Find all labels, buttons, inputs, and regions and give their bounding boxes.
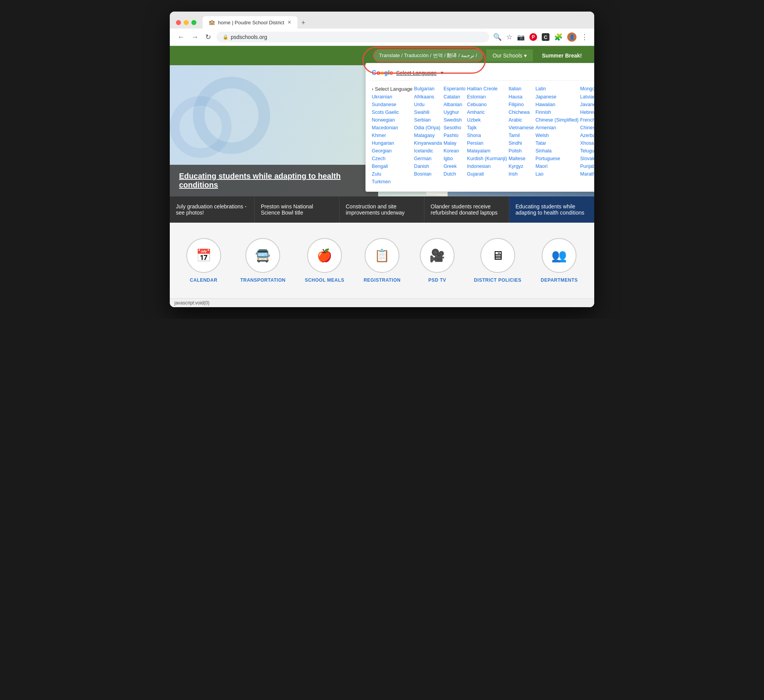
language-item[interactable]: Swahili <box>414 109 442 116</box>
language-item[interactable]: Maltese <box>509 155 534 162</box>
language-item[interactable] <box>414 178 442 185</box>
language-item[interactable]: Telugu <box>580 147 594 154</box>
language-item[interactable]: Latvian <box>580 93 594 100</box>
quick-link-item[interactable]: 🚍TRANSPORTATION <box>240 238 286 283</box>
minimize-button[interactable] <box>184 20 189 25</box>
extensions-icon[interactable]: 🧩 <box>554 33 563 41</box>
screenshot-icon[interactable]: 📷 <box>517 34 525 41</box>
bookmark-icon[interactable]: ☆ <box>506 33 512 41</box>
language-item[interactable]: Bosnian <box>414 171 442 178</box>
language-item[interactable]: Chinese (Simplified) <box>536 117 579 123</box>
language-item[interactable]: Korean <box>443 147 465 154</box>
back-button[interactable]: ← <box>176 32 186 42</box>
quick-link-item[interactable]: 📅CALENDAR <box>186 238 221 283</box>
language-item[interactable]: Irish <box>509 171 534 178</box>
language-item[interactable]: Tamil <box>509 132 534 139</box>
language-item[interactable]: Afrikaans <box>414 93 442 100</box>
language-item[interactable]: Kurdish (Kurmanji) <box>467 155 507 162</box>
language-item[interactable]: Sundanese <box>372 101 413 108</box>
summer-break-button[interactable]: Summer Break! <box>536 49 588 62</box>
language-item[interactable]: Serbian <box>414 117 442 123</box>
language-item[interactable]: Malayalam <box>467 147 507 154</box>
language-item[interactable]: Bengali <box>372 163 413 170</box>
language-item[interactable]: Amharic <box>467 109 507 116</box>
language-item[interactable]: Arabic <box>509 117 534 123</box>
news-item[interactable]: Olander students receive refurbished don… <box>424 196 509 223</box>
language-item[interactable]: Cebuano <box>467 101 507 108</box>
language-item[interactable]: Uyghur <box>443 109 465 116</box>
language-item[interactable]: Estonian <box>467 93 507 100</box>
news-item[interactable]: Construction and site improvements under… <box>340 196 424 223</box>
language-item[interactable]: Maori <box>536 163 579 170</box>
profile-avatar[interactable]: 👤 <box>567 32 576 42</box>
language-item[interactable]: Punjabi <box>580 163 594 170</box>
forward-button[interactable]: → <box>190 32 200 42</box>
language-item[interactable]: Danish <box>414 163 442 170</box>
language-item[interactable]: Greek <box>443 163 465 170</box>
quick-link-item[interactable]: 🖥DISTRICT POLICIES <box>474 238 521 283</box>
pinterest-icon[interactable]: P <box>529 33 537 41</box>
close-tab-button[interactable]: ✕ <box>287 20 291 25</box>
quick-link-item[interactable]: 👥DEPARTMENTS <box>541 238 578 283</box>
language-item[interactable]: German <box>414 155 442 162</box>
url-bar[interactable]: 🔒 psdschools.org <box>216 32 489 42</box>
language-item[interactable]: Malay <box>443 140 465 147</box>
quick-link-item[interactable]: 🎥PSD TV <box>420 238 455 283</box>
language-item[interactable]: Sinhala <box>536 147 579 154</box>
language-item[interactable]: Filipino <box>509 101 534 108</box>
menu-icon[interactable]: ⋮ <box>581 33 588 41</box>
language-dropdown-arrow[interactable]: ▼ <box>440 70 445 76</box>
our-schools-button[interactable]: Our Schools ▾ <box>486 49 532 62</box>
language-item[interactable]: Dutch <box>443 171 465 178</box>
language-item[interactable]: Hebrew <box>580 109 594 116</box>
language-item[interactable]: Macedonian <box>372 124 413 131</box>
language-item[interactable]: Uzbek <box>467 117 507 123</box>
news-item[interactable]: Preston wins National Science Bowl title <box>255 196 340 223</box>
news-item[interactable]: July graduation celebrations - see photo… <box>170 196 255 223</box>
language-item[interactable]: Persian <box>467 140 507 147</box>
language-item[interactable]: Ukrainian <box>372 93 413 100</box>
language-item[interactable]: Pashto <box>443 132 465 139</box>
refresh-button[interactable]: ↻ <box>204 32 213 42</box>
language-item[interactable]: Khmer <box>372 132 413 139</box>
news-item[interactable]: Educating students while adapting to hea… <box>509 196 594 223</box>
language-item[interactable]: Latin <box>536 85 579 93</box>
language-item[interactable]: Vietnamese <box>509 124 534 131</box>
language-item[interactable]: Finnish <box>536 109 579 116</box>
active-tab[interactable]: 🏫 home | Poudre School District ✕ <box>203 16 297 29</box>
language-item[interactable]: Urdu <box>414 101 442 108</box>
language-item[interactable]: Tajik <box>467 124 507 131</box>
language-item[interactable]: Tatar <box>536 140 579 147</box>
hero-title[interactable]: Educating students while adapting to hea… <box>170 165 378 196</box>
language-item[interactable]: Norwegian <box>372 117 413 123</box>
language-item[interactable]: Catalan <box>443 93 465 100</box>
language-item[interactable]: Czech <box>372 155 413 162</box>
language-item[interactable]: Hawaiian <box>536 101 579 108</box>
language-item[interactable]: Scots Gaelic <box>372 109 413 116</box>
language-item[interactable]: Japanese <box>536 93 579 100</box>
c-extension-icon[interactable]: C <box>542 33 549 41</box>
language-item[interactable]: Indonesian <box>467 163 507 170</box>
language-item[interactable]: Javanese <box>580 101 594 108</box>
language-item[interactable]: Slovak <box>580 155 594 162</box>
new-tab-button[interactable]: + <box>298 17 309 29</box>
language-item[interactable]: Kinyarwanda <box>414 140 442 147</box>
language-item[interactable]: Sindhi <box>509 140 534 147</box>
language-item[interactable]: Turkmen <box>372 178 413 185</box>
language-item[interactable]: Malagasy <box>414 132 442 139</box>
language-item[interactable]: Gujarati <box>467 171 507 178</box>
language-item[interactable]: Portuguese <box>536 155 579 162</box>
language-item[interactable]: Mongolian <box>580 85 594 93</box>
language-item[interactable]: Haitian Creole <box>467 85 507 93</box>
quick-link-item[interactable]: 🍎SCHOOL MEALS <box>305 238 344 283</box>
language-item[interactable]: Italian <box>509 85 534 93</box>
language-item[interactable]: Zulu <box>372 171 413 178</box>
select-language-link[interactable]: Select Language <box>396 70 437 76</box>
language-item[interactable]: Armenian <box>536 124 579 131</box>
translate-button[interactable]: Translate / Traducción / 번역 / 翻译 / ترجمة… <box>373 49 483 62</box>
language-item[interactable]: Swedish <box>443 117 465 123</box>
language-item[interactable]: Kyrgyz <box>509 163 534 170</box>
language-item[interactable]: Odia (Oriya) <box>414 124 442 131</box>
language-item[interactable]: Lao <box>536 171 579 178</box>
close-button[interactable] <box>176 20 181 25</box>
